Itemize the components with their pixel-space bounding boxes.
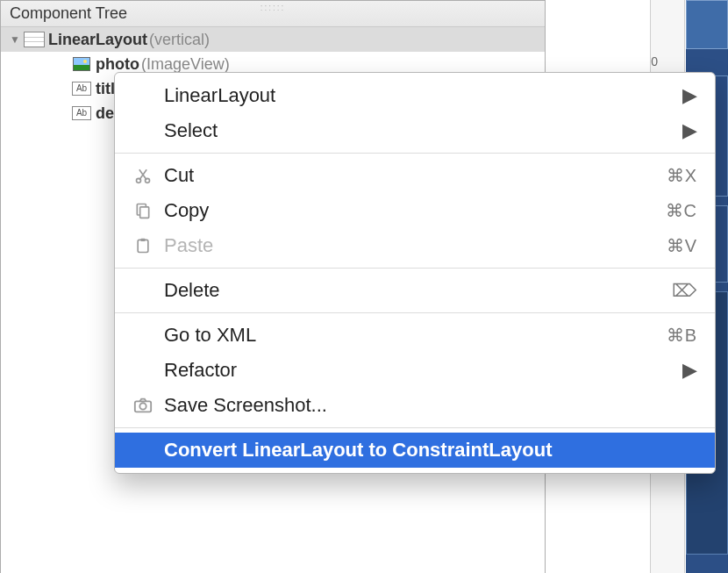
submenu-arrow-icon: ▶ bbox=[682, 84, 697, 107]
menu-item-label: Refactor bbox=[155, 359, 682, 382]
ruler-zero-label: 0 bbox=[651, 54, 658, 68]
tree-node-label: photo bbox=[96, 55, 139, 74]
menu-item-label: Save Screenshot... bbox=[155, 394, 697, 417]
component-tree-title: Component Tree bbox=[10, 4, 127, 23]
drag-grip-icon: :::::: bbox=[261, 3, 286, 12]
menu-item-copy[interactable]: Copy⌘C bbox=[115, 193, 715, 228]
menu-separator bbox=[115, 312, 715, 313]
tree-node-root[interactable]: ▼ LinearLayout (vertical) bbox=[1, 27, 545, 52]
menu-item-shortcut: ⌘V bbox=[667, 235, 697, 256]
menu-item-label: Convert LinearLayout to ConstraintLayout bbox=[155, 439, 697, 462]
svg-point-7 bbox=[139, 403, 146, 409]
menu-item-label: Copy bbox=[155, 199, 666, 222]
submenu-arrow-icon: ▶ bbox=[682, 119, 697, 142]
tree-node-suffix: (vertical) bbox=[149, 31, 210, 49]
imageview-icon bbox=[71, 57, 92, 71]
menu-item-label: Cut bbox=[155, 164, 667, 187]
context-menu: LinearLayout▶Select▶Cut⌘XCopy⌘CPaste⌘VDe… bbox=[114, 72, 716, 474]
menu-item-goxml[interactable]: Go to XML⌘B bbox=[115, 318, 715, 353]
menu-separator bbox=[115, 427, 715, 428]
menu-item-screenshot[interactable]: Save Screenshot... bbox=[115, 388, 715, 423]
submenu-arrow-icon: ▶ bbox=[682, 359, 697, 382]
textview-icon: Ab bbox=[71, 82, 92, 96]
tree-node-label: LinearLayout bbox=[48, 31, 147, 49]
menu-item-paste: Paste⌘V bbox=[115, 228, 715, 263]
menu-separator bbox=[115, 153, 715, 154]
menu-item-label: LinearLayout bbox=[155, 84, 682, 107]
menu-item-convert[interactable]: Convert LinearLayout to ConstraintLayout bbox=[115, 433, 715, 468]
svg-rect-5 bbox=[141, 239, 146, 241]
menu-item-shortcut: ⌘B bbox=[667, 325, 697, 346]
menu-item-label: Paste bbox=[155, 234, 667, 257]
textview-icon: Ab bbox=[71, 106, 92, 120]
menu-item-label: Go to XML bbox=[155, 324, 667, 347]
tree-node-suffix: (ImageView) bbox=[141, 55, 230, 74]
camera-icon bbox=[131, 397, 155, 414]
expand-collapse-icon[interactable]: ▼ bbox=[10, 33, 24, 46]
svg-point-0 bbox=[137, 178, 141, 183]
svg-rect-4 bbox=[138, 240, 148, 252]
svg-rect-3 bbox=[140, 207, 149, 218]
copy-icon bbox=[131, 202, 155, 219]
component-tree-header: :::::: Component Tree bbox=[1, 1, 545, 27]
menu-item-linearlayout[interactable]: LinearLayout▶ bbox=[115, 78, 715, 113]
cut-icon bbox=[131, 167, 155, 184]
menu-item-shortcut: ⌘C bbox=[666, 200, 697, 221]
paste-icon bbox=[131, 237, 155, 254]
menu-item-refactor[interactable]: Refactor▶ bbox=[115, 353, 715, 388]
menu-item-delete[interactable]: Delete⌦ bbox=[115, 273, 715, 308]
menu-separator bbox=[115, 268, 715, 269]
linearlayout-icon bbox=[24, 32, 45, 47]
svg-point-1 bbox=[146, 178, 150, 183]
menu-item-shortcut: ⌘X bbox=[667, 165, 697, 186]
menu-item-label: Delete bbox=[155, 279, 672, 302]
menu-item-cut[interactable]: Cut⌘X bbox=[115, 158, 715, 193]
menu-item-shortcut: ⌦ bbox=[672, 280, 697, 301]
menu-item-label: Select bbox=[155, 119, 682, 142]
menu-item-select[interactable]: Select▶ bbox=[115, 113, 715, 148]
